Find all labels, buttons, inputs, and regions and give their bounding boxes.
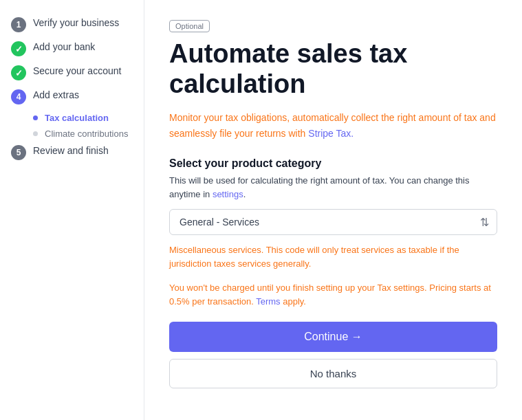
step-label-secure-account: Secure your account (33, 65, 121, 78)
section-title: Select your product category (169, 157, 497, 170)
main-content: Optional Automate sales tax calculation … (144, 0, 522, 420)
sidebar-step-secure-account[interactable]: ✓Secure your account (11, 65, 133, 80)
continue-button[interactable]: Continue → (169, 322, 497, 352)
terms-link[interactable]: Terms (256, 296, 280, 307)
step-label-verify-business: Verify your business (33, 16, 119, 30)
optional-badge: Optional (169, 20, 210, 32)
pricing-note-text2: apply. (281, 296, 306, 307)
no-thanks-button[interactable]: No thanks (169, 359, 497, 388)
step-indicator-verify-business: 1 (11, 17, 26, 32)
page-title: Automate sales tax calculation (169, 39, 497, 99)
product-category-select-wrapper: General - ServicesGeneral - GoodsSoftwar… (169, 209, 497, 235)
sidebar-item-climate-contributions[interactable]: Climate contributions (33, 129, 133, 139)
step-indicator-add-bank: ✓ (11, 41, 26, 56)
settings-link[interactable]: settings (213, 189, 243, 199)
sidebar: 1Verify your business✓Add your bank✓Secu… (0, 0, 144, 420)
pricing-note: You won't be charged until you finish se… (169, 281, 497, 308)
misc-description: Miscellaneous services. This code will o… (169, 243, 497, 270)
sidebar-step-review-finish[interactable]: 5Review and finish (11, 144, 133, 160)
section-desc-text2: . (243, 189, 246, 199)
step-indicator-review-finish: 5 (11, 145, 26, 160)
step-indicator-add-extras: 4 (11, 89, 26, 104)
stripe-tax-link[interactable]: Stripe Tax. (308, 128, 354, 139)
sidebar-step-add-bank[interactable]: ✓Add your bank (11, 41, 133, 56)
sub-items-add-extras: Tax calculationClimate contributions (33, 113, 133, 139)
sidebar-step-verify-business[interactable]: 1Verify your business (11, 16, 133, 32)
step-label-review-finish: Review and finish (33, 144, 109, 158)
step-label-add-extras: Add extras (33, 89, 79, 102)
step-label-add-bank: Add your bank (33, 41, 95, 54)
sub-label-tax-calculation: Tax calculation (45, 113, 109, 123)
sub-dot-climate-contributions (33, 131, 38, 136)
sub-label-climate-contributions: Climate contributions (45, 129, 128, 139)
section-description: This will be used for calculating the ri… (169, 174, 497, 201)
pricing-note-text1: You won't be charged until you finish se… (169, 283, 491, 307)
step-indicator-secure-account: ✓ (11, 65, 26, 80)
sidebar-step-add-extras[interactable]: 4Add extras (11, 89, 133, 104)
sidebar-item-tax-calculation[interactable]: Tax calculation (33, 113, 133, 123)
sub-dot-tax-calculation (33, 115, 38, 120)
product-category-select[interactable]: General - ServicesGeneral - GoodsSoftwar… (169, 209, 497, 235)
description: Monitor your tax obligations, automatica… (169, 110, 497, 141)
